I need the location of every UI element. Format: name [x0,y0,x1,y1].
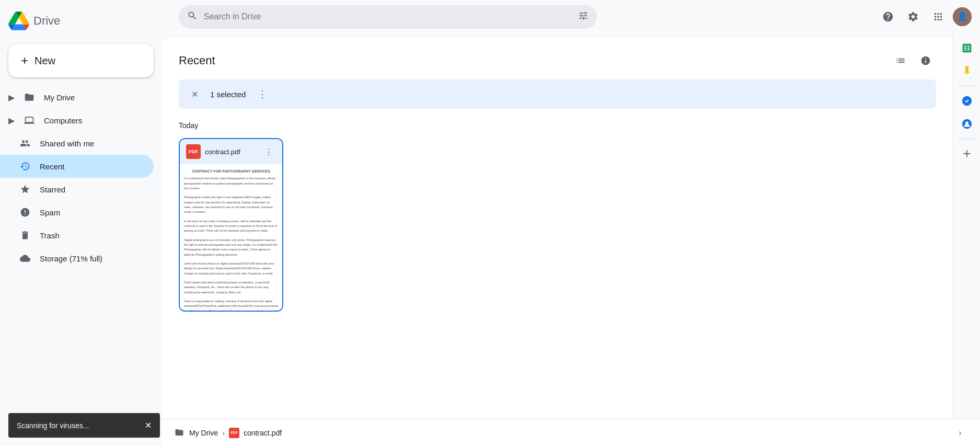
sidebar-item-storage[interactable]: Storage (71% full) [0,247,154,270]
sidebar-item-recent[interactable]: Recent [0,155,154,178]
pdf-icon: PDF [186,144,201,159]
toast-message: Scanning for viruses... [17,421,89,430]
app-title: Drive [33,14,60,28]
settings-button[interactable] [903,6,924,27]
drive-logo-icon [8,10,29,31]
sheets-icon[interactable] [956,38,977,59]
sidebar-item-spam[interactable]: Spam [0,201,154,224]
file-grid: PDF contract.pdf ⋮ CONTRACT FOR PHOTOGRA… [179,138,936,312]
svg-rect-10 [965,66,969,68]
my-drive-breadcrumb-icon [175,428,185,438]
add-more-icon[interactable] [956,143,977,164]
breadcrumb-bar: My Drive › PDF contract.pdf › [162,419,953,446]
topbar: 👤 [162,0,980,33]
breadcrumb-pdf-icon: PDF [229,428,239,438]
content-header: Recent [179,50,936,71]
breadcrumb-my-drive[interactable]: My Drive [189,429,218,437]
toast-close-button[interactable]: ✕ [145,420,152,430]
preview-title: CONTRACT FOR PHOTOGRAPHY SERVICES [184,168,278,174]
svg-rect-6 [967,48,970,49]
preview-text-7: Client is responsible for making a backu… [184,299,278,311]
sidebar: Drive + New ▶ My Drive ▶ Computers Share… [0,0,162,446]
search-filter-icon[interactable] [578,10,589,24]
sidebar-item-my-drive[interactable]: ▶ My Drive [0,86,154,109]
keep-icon[interactable] [956,61,977,82]
sidebar-item-computers[interactable]: ▶ Computers [0,109,154,132]
preview-text-4: Digital photographs are not included, on… [184,238,278,257]
spam-label: Spam [40,208,60,217]
storage-icon [19,252,31,265]
file-name: contract.pdf [205,148,240,156]
apps-button[interactable] [928,6,949,27]
svg-rect-8 [967,50,970,51]
svg-rect-7 [964,50,966,51]
right-panel-divider-1 [959,86,975,86]
trash-label: Trash [40,231,60,240]
scanning-toast: Scanning for viruses... ✕ [8,413,160,438]
sidebar-nav: ▶ My Drive ▶ Computers Shared with me Re… [0,86,162,270]
preview-text-5: Client will receive photos on digital do… [184,261,278,276]
computers-icon [23,114,36,127]
starred-icon [19,183,31,196]
shared-with-me-icon [19,137,31,150]
search-icon [187,10,198,24]
today-label: Today [179,121,936,130]
new-button-label: New [34,55,55,67]
file-card-info: PDF contract.pdf [186,144,240,159]
search-input[interactable] [204,12,572,21]
page-title: Recent [179,54,215,67]
sidebar-header: Drive [0,4,162,40]
breadcrumb-separator: › [222,429,225,437]
svg-text:👤: 👤 [957,12,967,21]
right-panel-divider-2 [959,139,975,139]
svg-rect-3 [964,45,966,47]
my-drive-chevron-icon: ▶ [8,93,15,102]
svg-rect-2 [962,44,971,53]
selection-more-button[interactable]: ⋮ [254,86,271,102]
svg-rect-9 [966,74,968,75]
right-panel [953,33,980,446]
my-drive-folder-icon [23,91,36,104]
storage-label-text: Storage (71% full) [40,254,102,263]
list-view-button[interactable] [890,50,911,71]
new-plus-icon: + [21,53,28,68]
sidebar-item-starred[interactable]: Starred [0,178,154,201]
trash-icon [19,229,31,242]
selection-count: 1 selected [210,90,246,99]
file-preview: CONTRACT FOR PHOTOGRAPHY SERVICES It is … [180,164,282,311]
computers-chevron-icon: ▶ [8,116,15,125]
header-actions [890,50,936,71]
file-card-contract[interactable]: PDF contract.pdf ⋮ CONTRACT FOR PHOTOGRA… [179,138,283,312]
breadcrumb-file: contract.pdf [244,429,282,437]
preview-text-1: It is understood that Vendor (also Photo… [184,176,278,191]
preview-text-6: Client agrees that when publishing photo… [184,280,278,295]
content-area: Recent ✕ 1 selected ⋮ [162,38,953,446]
user-avatar[interactable]: 👤 [953,7,972,26]
recent-label: Recent [40,162,65,171]
file-more-button[interactable]: ⋮ [261,144,276,159]
preview-text-2: Photographer retains the right to use ne… [184,195,278,214]
sidebar-item-trash[interactable]: Trash [0,224,154,247]
shared-with-me-label: Shared with me [40,139,94,148]
meet-icon[interactable] [956,113,977,134]
starred-label: Starred [40,185,65,194]
info-button[interactable] [915,50,936,71]
tasks-icon[interactable] [956,90,977,111]
topbar-right: 👤 [878,6,972,27]
spam-icon [19,206,31,219]
file-card-header: PDF contract.pdf ⋮ [180,139,282,164]
deselect-button[interactable]: ✕ [187,87,202,101]
help-button[interactable] [878,6,898,27]
my-drive-label: My Drive [44,93,75,102]
preview-text-3: In the event of any order, including pro… [184,219,278,234]
svg-rect-4 [967,45,970,47]
recent-icon [19,160,31,173]
main-content: Recent ✕ 1 selected ⋮ [162,38,953,446]
computers-label: Computers [44,116,82,125]
search-box [179,5,597,29]
selection-bar: ✕ 1 selected ⋮ [179,79,936,109]
sidebar-item-shared-with-me[interactable]: Shared with me [0,132,154,155]
new-button[interactable]: + New [8,44,154,77]
svg-rect-5 [964,48,966,49]
